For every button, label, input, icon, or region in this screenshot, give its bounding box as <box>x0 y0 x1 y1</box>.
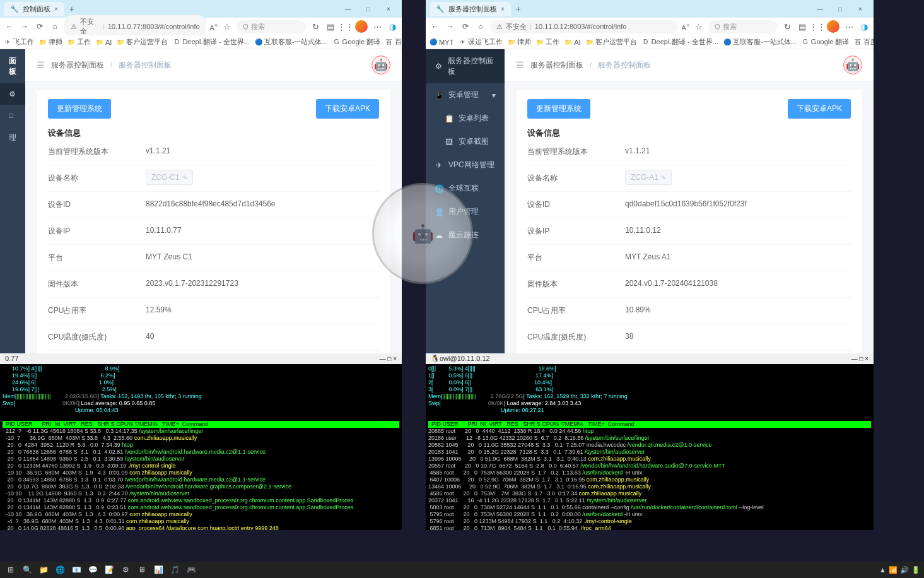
bookmark-item[interactable]: 📁AI <box>564 38 580 46</box>
breadcrumb-link[interactable]: 服务器控制面板 <box>530 60 583 71</box>
bookmark-item[interactable]: DDeepL翻译 - 全世界... <box>173 37 249 47</box>
task-app-icon[interactable]: ⚙ <box>119 563 132 577</box>
device-name-input[interactable]: ZCG-A1✎ <box>625 170 672 185</box>
sidebar-item[interactable]: 📱安卓管理▾ <box>426 83 505 107</box>
sidebar-item[interactable]: ⚙ <box>0 83 25 105</box>
sidebar-header[interactable]: 面板 <box>0 49 25 83</box>
copilot-icon[interactable]: ◑ <box>387 21 398 32</box>
menu-icon[interactable]: ⋯ <box>371 21 383 32</box>
close-icon[interactable]: × <box>54 6 58 13</box>
task-app-icon[interactable]: 📝 <box>102 563 116 577</box>
maximize-button[interactable]: □ <box>831 3 850 15</box>
bookmark-item[interactable]: 🔵互联客服-一站式体... <box>723 37 797 47</box>
bookmark-item[interactable]: 📁工作 <box>67 37 91 47</box>
bookmark-item[interactable]: 📁律师 <box>508 37 531 47</box>
search-icon[interactable]: 🔍 <box>20 563 34 577</box>
bookmark-item[interactable]: ✈飞工作 <box>4 37 34 47</box>
home-icon[interactable]: ⌂ <box>49 21 61 32</box>
bookmark-item[interactable]: 百百度译-200翻译... <box>385 37 402 47</box>
bookmark-item[interactable]: GGoogle 翻译 <box>333 37 381 47</box>
sidebar-item[interactable]: 👤用户管理 <box>426 200 505 223</box>
task-app-icon[interactable]: 📊 <box>151 563 165 577</box>
minimize-button[interactable]: — <box>339 3 358 15</box>
sidebar-item[interactable]: 🖼安卓截图 <box>426 130 505 153</box>
breadcrumb-link[interactable]: 服务器控制面板 <box>51 60 104 71</box>
new-tab-button[interactable]: + <box>512 4 525 14</box>
profile-avatar[interactable] <box>827 20 839 33</box>
browser-tab[interactable]: 🔧 控制面板 × <box>4 2 64 16</box>
edit-icon[interactable]: ✎ <box>182 174 187 181</box>
bookmark-item[interactable]: 📁客户运营平台 <box>586 37 637 47</box>
task-app-icon[interactable]: 🎵 <box>168 563 182 577</box>
sidebar-item[interactable]: 📋安卓列表 <box>426 107 505 130</box>
sidebar-item[interactable]: 🌐全球互联 <box>426 177 505 200</box>
url-input[interactable]: ⚠ 不安全 | 10.11.0.77:8003/#/control/info <box>64 15 206 38</box>
sidebar-item[interactable]: 理 <box>0 126 25 150</box>
tray-icon[interactable]: ▲ <box>879 566 886 574</box>
minimize-button[interactable]: — <box>810 3 829 15</box>
refresh-icon[interactable]: ⟳ <box>460 21 471 32</box>
maximize-button[interactable]: □ <box>359 3 378 15</box>
star-icon[interactable]: ☆ <box>221 21 233 32</box>
battery-icon[interactable]: 🔋 <box>911 566 920 574</box>
task-app-icon[interactable]: 💬 <box>86 563 100 577</box>
profile-avatar[interactable] <box>355 20 368 33</box>
bookmark-item[interactable]: 📁AI <box>96 38 112 46</box>
a-read-icon[interactable]: A» <box>682 22 689 32</box>
sidebar-item[interactable]: ☁魔云趣连 <box>426 223 505 247</box>
url-input[interactable]: ⚠ 不安全 | 10.11.0.12:8003/#/control/info <box>490 20 678 33</box>
update-button[interactable]: 更新管理系统 <box>48 99 111 119</box>
bookmark-item[interactable]: DDeepL翻译 - 全世界... <box>642 37 718 47</box>
forward-icon[interactable]: → <box>19 21 30 32</box>
bookmark-item[interactable]: 🔵MYT <box>430 38 453 46</box>
network-icon[interactable]: 📶 <box>889 566 898 574</box>
bookmark-item[interactable]: 📁律师 <box>39 37 62 47</box>
terminal-right[interactable]: 🐧 owl@10.11.0.12 — □ × 0[|| 5.3%] 4[||||… <box>426 353 874 530</box>
close-icon[interactable]: × <box>501 6 505 13</box>
user-avatar[interactable]: 🤖 <box>843 56 862 74</box>
bookmark-item[interactable]: 百百度译-200翻译... <box>854 37 874 47</box>
bookmark-item[interactable]: 🔵互联客服-一站式体... <box>255 37 328 47</box>
search-input[interactable]: Q 搜索 <box>237 20 306 33</box>
bookmark-item[interactable]: 📁工作 <box>536 37 559 47</box>
start-icon[interactable]: ⊞ <box>4 563 18 577</box>
forward-icon[interactable]: → <box>445 21 456 32</box>
terminal-left[interactable]: 0.77 — □ × 10.7%] 4[|||| 8.9%] 19.4%] 5[… <box>0 353 402 530</box>
sidebar-item[interactable]: ✈VPC网络管理 <box>426 153 505 177</box>
hamburger-icon[interactable]: ☰ <box>37 60 45 70</box>
back-icon[interactable]: ← <box>4 21 15 32</box>
task-app-icon[interactable]: 📁 <box>37 563 50 577</box>
sync-icon[interactable]: ↻ <box>781 21 793 32</box>
close-button[interactable]: × <box>379 3 398 15</box>
task-app-icon[interactable]: 🌐 <box>53 563 67 577</box>
sidebar-icon[interactable]: ▤ <box>797 21 808 32</box>
search-input[interactable]: Q 搜索 <box>708 20 778 33</box>
sync-icon[interactable]: ↻ <box>310 21 321 32</box>
update-button[interactable]: 更新管理系统 <box>527 99 590 119</box>
sidebar-item[interactable]: □ <box>0 105 25 126</box>
download-apk-button[interactable]: 下载安卓APK <box>316 99 379 119</box>
copilot-icon[interactable]: ◑ <box>858 21 870 32</box>
device-name-input[interactable]: ZCG-C1✎ <box>146 170 193 185</box>
new-tab-button[interactable]: + <box>66 4 78 14</box>
hamburger-icon[interactable]: ☰ <box>516 60 524 70</box>
bookmark-item[interactable]: ✈课运飞工作 <box>459 37 503 47</box>
sidebar-item[interactable]: ⚙服务器控制面板 <box>426 49 505 83</box>
bookmark-item[interactable]: 📁客户运营平台 <box>117 37 168 47</box>
browser-tab[interactable]: 🔧 服务器控制面板 × <box>430 2 511 16</box>
edit-icon[interactable]: ✎ <box>661 174 666 181</box>
extensions-icon[interactable]: ⋮⋮ <box>340 21 351 32</box>
star-icon[interactable]: ☆ <box>693 21 705 32</box>
extensions-icon[interactable]: ⋮⋮ <box>812 21 823 32</box>
task-app-icon[interactable]: 🎮 <box>184 563 198 577</box>
back-icon[interactable]: ← <box>430 21 441 32</box>
bookmark-item[interactable]: GGoogle 翻译 <box>802 37 850 47</box>
refresh-icon[interactable]: ⟳ <box>34 21 45 32</box>
volume-icon[interactable]: 🔊 <box>900 566 909 574</box>
task-app-icon[interactable]: 🖥 <box>135 563 149 577</box>
system-tray[interactable]: ▲ 📶 🔊 🔋 <box>879 566 920 574</box>
menu-icon[interactable]: ⋯ <box>843 21 855 32</box>
user-avatar[interactable]: 🤖 <box>371 56 390 74</box>
sidebar-icon[interactable]: ▤ <box>325 21 336 32</box>
task-app-icon[interactable]: 📧 <box>69 563 83 577</box>
